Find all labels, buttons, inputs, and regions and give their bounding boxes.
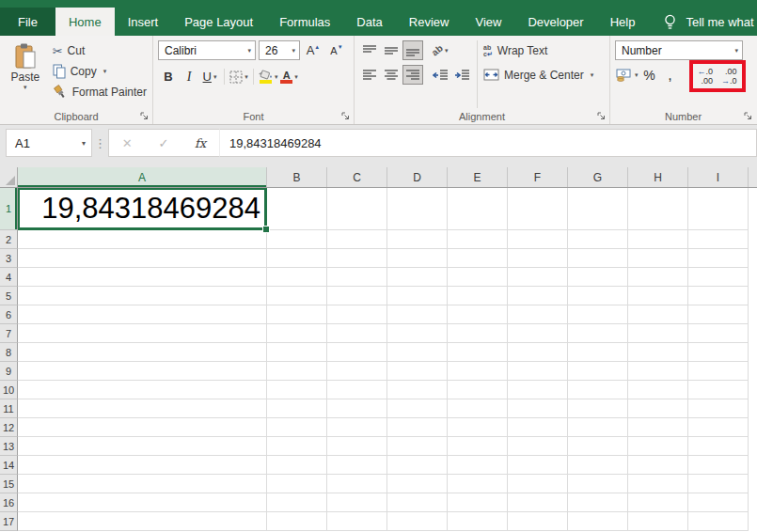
cell-I5[interactable] xyxy=(688,287,749,305)
cell-H8[interactable] xyxy=(628,343,688,362)
cell-G3[interactable] xyxy=(568,249,628,268)
align-bottom-button[interactable] xyxy=(402,40,423,60)
cell-G17[interactable] xyxy=(568,512,628,531)
cell-H1[interactable] xyxy=(628,188,688,230)
tab-data[interactable]: Data xyxy=(343,8,395,36)
cell-C17[interactable] xyxy=(327,512,387,531)
cell-B13[interactable] xyxy=(267,437,327,456)
cell-I3[interactable] xyxy=(688,249,749,268)
cell-B5[interactable] xyxy=(267,287,327,305)
cell-E2[interactable] xyxy=(448,230,508,249)
cell-H4[interactable] xyxy=(628,268,688,287)
cell-E16[interactable] xyxy=(448,493,508,512)
cell-F10[interactable] xyxy=(508,381,568,399)
borders-dropdown-arrow[interactable]: ▾ xyxy=(244,73,248,81)
cell-I14[interactable] xyxy=(688,456,749,475)
tab-insert[interactable]: Insert xyxy=(115,8,172,36)
name-box-dropdown-arrow[interactable]: ▾ xyxy=(82,139,86,148)
cell-A15[interactable] xyxy=(18,475,267,493)
cell-H15[interactable] xyxy=(628,475,688,493)
row-header-1[interactable]: 1 xyxy=(0,188,18,230)
cell-B6[interactable] xyxy=(267,305,327,324)
cell-C8[interactable] xyxy=(327,343,387,362)
cell-F14[interactable] xyxy=(508,456,568,475)
cell-I10[interactable] xyxy=(688,381,749,399)
decrease-indent-button[interactable] xyxy=(430,65,450,85)
cell-E9[interactable] xyxy=(448,362,508,381)
orientation-button[interactable]: ab ▾ xyxy=(430,40,450,60)
cell-A17[interactable] xyxy=(18,512,267,531)
cell-H13[interactable] xyxy=(628,437,688,456)
cell-B7[interactable] xyxy=(267,324,327,343)
cell-B8[interactable] xyxy=(267,343,327,362)
underline-dropdown-arrow[interactable]: ▾ xyxy=(213,73,217,81)
cell-A7[interactable] xyxy=(18,324,267,343)
paste-button[interactable]: Paste ▾ xyxy=(5,40,46,108)
cell-G9[interactable] xyxy=(568,362,628,381)
row-header-11[interactable]: 11 xyxy=(0,399,18,418)
cell-E8[interactable] xyxy=(448,343,508,362)
cell-H16[interactable] xyxy=(628,493,688,512)
row-header-9[interactable]: 9 xyxy=(0,362,18,381)
column-header-G[interactable]: G xyxy=(568,167,628,187)
cell-E13[interactable] xyxy=(448,437,508,456)
cell-F15[interactable] xyxy=(508,475,568,493)
row-header-15[interactable]: 15 xyxy=(0,475,18,493)
align-middle-button[interactable] xyxy=(381,40,402,60)
comma-style-button[interactable]: , xyxy=(660,65,681,85)
cell-D12[interactable] xyxy=(387,418,448,437)
wrap-text-button[interactable]: ab c↵ Wrap Text xyxy=(483,40,593,60)
cell-E6[interactable] xyxy=(448,305,508,324)
cell-H10[interactable] xyxy=(628,381,688,399)
row-header-10[interactable]: 10 xyxy=(0,381,18,399)
cell-C4[interactable] xyxy=(327,268,387,287)
cell-D16[interactable] xyxy=(387,493,448,512)
cell-B4[interactable] xyxy=(267,268,327,287)
copy-button[interactable]: Copy ▾ xyxy=(50,61,150,82)
cell-F1[interactable] xyxy=(508,188,568,230)
align-center-button[interactable] xyxy=(381,65,402,85)
cell-G4[interactable] xyxy=(568,268,628,287)
merge-center-button[interactable]: Merge & Center ▾ xyxy=(483,65,593,85)
cell-C15[interactable] xyxy=(327,475,387,493)
cell-F7[interactable] xyxy=(508,324,568,343)
cell-D14[interactable] xyxy=(387,456,448,475)
cell-G14[interactable] xyxy=(568,456,628,475)
tab-help[interactable]: Help xyxy=(597,8,649,36)
cell-A5[interactable] xyxy=(18,287,267,305)
row-header-16[interactable]: 16 xyxy=(0,493,18,512)
cell-G8[interactable] xyxy=(568,343,628,362)
orientation-dropdown-arrow[interactable]: ▾ xyxy=(445,47,449,55)
cell-F4[interactable] xyxy=(508,268,568,287)
font-color-dropdown-arrow[interactable]: ▾ xyxy=(294,73,298,81)
cell-C2[interactable] xyxy=(327,230,387,249)
cell-C16[interactable] xyxy=(327,493,387,512)
font-color-button[interactable]: A ▾ xyxy=(279,67,300,86)
cell-C3[interactable] xyxy=(327,249,387,268)
cell-C6[interactable] xyxy=(327,305,387,324)
cell-A16[interactable] xyxy=(18,493,267,512)
cell-I9[interactable] xyxy=(688,362,749,381)
cell-B12[interactable] xyxy=(267,418,327,437)
cell-C10[interactable] xyxy=(327,381,387,399)
tab-review[interactable]: Review xyxy=(396,8,463,36)
cell-A11[interactable] xyxy=(18,399,267,418)
number-format-combo[interactable]: Number ▾ xyxy=(615,40,743,60)
cell-I17[interactable] xyxy=(688,512,749,531)
cell-E4[interactable] xyxy=(448,268,508,287)
fill-color-button[interactable]: ▾ xyxy=(258,67,279,86)
cell-F8[interactable] xyxy=(508,343,568,362)
cell-A14[interactable] xyxy=(18,456,267,475)
cell-H12[interactable] xyxy=(628,418,688,437)
cell-C7[interactable] xyxy=(327,324,387,343)
column-header-C[interactable]: C xyxy=(327,167,387,187)
font-size-combo[interactable]: 26 ▾ xyxy=(259,40,300,60)
cell-F9[interactable] xyxy=(508,362,568,381)
cell-B14[interactable] xyxy=(267,456,327,475)
enter-button[interactable]: ✓ xyxy=(158,136,168,150)
cell-G10[interactable] xyxy=(568,381,628,399)
cell-G7[interactable] xyxy=(568,324,628,343)
cell-H14[interactable] xyxy=(628,456,688,475)
cell-E15[interactable] xyxy=(448,475,508,493)
cell-F16[interactable] xyxy=(508,493,568,512)
